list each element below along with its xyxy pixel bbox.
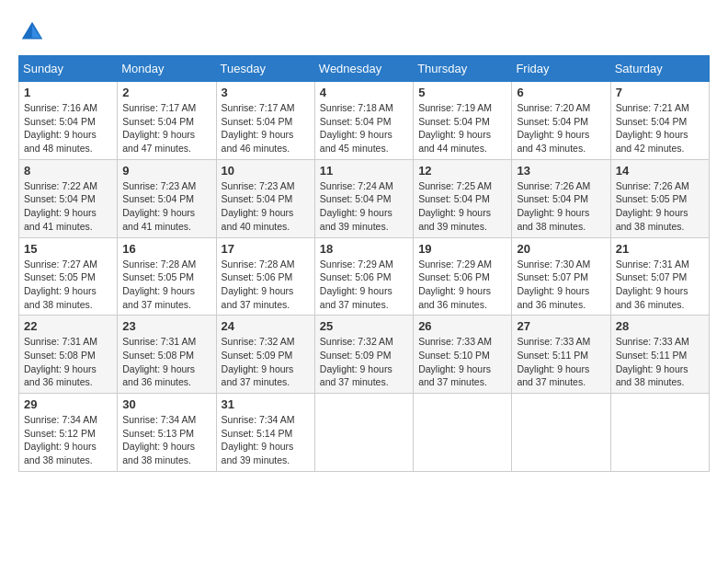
calendar-cell: 8 Sunrise: 7:22 AM Sunset: 5:04 PM Dayli… [19,159,118,237]
day-info: Sunrise: 7:33 AM Sunset: 5:11 PM Dayligh… [616,335,704,389]
weekday-header-monday: Monday [118,56,216,82]
day-number: 30 [122,397,210,411]
calendar-cell: 9 Sunrise: 7:23 AM Sunset: 5:04 PM Dayli… [118,159,216,237]
day-number: 27 [517,319,605,333]
calendar-cell: 11 Sunrise: 7:24 AM Sunset: 5:04 PM Dayl… [314,159,413,237]
calendar-cell: 20 Sunrise: 7:30 AM Sunset: 5:07 PM Dayl… [512,237,610,316]
day-number: 31 [222,397,310,411]
calendar-cell: 23 Sunrise: 7:31 AM Sunset: 5:08 PM Dayl… [118,316,216,394]
calendar-cell: 4 Sunrise: 7:18 AM Sunset: 5:04 PM Dayli… [314,82,413,160]
day-info: Sunrise: 7:34 AM Sunset: 5:12 PM Dayligh… [24,413,112,467]
day-number: 12 [418,164,506,178]
day-number: 1 [24,86,112,99]
calendar-cell [610,394,709,472]
day-number: 18 [320,242,408,256]
day-number: 24 [222,319,310,333]
calendar-cell: 18 Sunrise: 7:29 AM Sunset: 5:06 PM Dayl… [314,237,413,316]
day-number: 6 [517,86,605,99]
day-number: 26 [418,319,506,333]
day-info: Sunrise: 7:23 AM Sunset: 5:04 PM Dayligh… [122,179,210,234]
weekday-header-thursday: Thursday [414,56,512,82]
day-number: 11 [320,164,408,178]
day-info: Sunrise: 7:27 AM Sunset: 5:05 PM Dayligh… [24,258,112,312]
calendar-cell [414,394,512,472]
calendar-cell: 3 Sunrise: 7:17 AM Sunset: 5:04 PM Dayli… [216,82,314,160]
day-number: 22 [24,319,112,333]
day-number: 14 [616,164,704,178]
calendar-cell: 21 Sunrise: 7:31 AM Sunset: 5:07 PM Dayl… [610,237,709,316]
calendar-cell: 19 Sunrise: 7:29 AM Sunset: 5:06 PM Dayl… [414,237,512,316]
calendar-cell: 17 Sunrise: 7:28 AM Sunset: 5:06 PM Dayl… [216,237,314,316]
calendar-cell: 27 Sunrise: 7:33 AM Sunset: 5:11 PM Dayl… [512,316,610,394]
day-info: Sunrise: 7:30 AM Sunset: 5:07 PM Dayligh… [517,258,605,312]
calendar-cell: 15 Sunrise: 7:27 AM Sunset: 5:05 PM Dayl… [19,237,118,316]
calendar-cell: 30 Sunrise: 7:34 AM Sunset: 5:13 PM Dayl… [118,394,216,472]
day-info: Sunrise: 7:25 AM Sunset: 5:04 PM Dayligh… [418,179,506,234]
calendar-cell: 26 Sunrise: 7:33 AM Sunset: 5:10 PM Dayl… [414,316,512,394]
calendar-cell: 2 Sunrise: 7:17 AM Sunset: 5:04 PM Dayli… [118,82,216,160]
day-info: Sunrise: 7:32 AM Sunset: 5:09 PM Dayligh… [320,335,408,389]
day-number: 4 [320,86,408,99]
day-number: 3 [222,86,310,99]
day-info: Sunrise: 7:28 AM Sunset: 5:06 PM Dayligh… [222,258,310,312]
day-info: Sunrise: 7:34 AM Sunset: 5:14 PM Dayligh… [222,413,310,467]
calendar-cell: 1 Sunrise: 7:16 AM Sunset: 5:04 PM Dayli… [19,82,118,160]
day-number: 5 [418,86,506,99]
day-number: 8 [24,164,112,178]
day-info: Sunrise: 7:20 AM Sunset: 5:04 PM Dayligh… [517,101,605,155]
weekday-header-row: SundayMondayTuesdayWednesdayThursdayFrid… [19,56,710,82]
day-info: Sunrise: 7:31 AM Sunset: 5:08 PM Dayligh… [122,335,210,389]
logo [18,18,50,46]
weekday-header-friday: Friday [512,56,610,82]
day-number: 29 [24,397,112,411]
day-info: Sunrise: 7:32 AM Sunset: 5:09 PM Dayligh… [222,335,310,389]
weekday-header-saturday: Saturday [610,56,709,82]
day-info: Sunrise: 7:31 AM Sunset: 5:07 PM Dayligh… [616,258,704,312]
day-info: Sunrise: 7:21 AM Sunset: 5:04 PM Dayligh… [616,101,704,155]
calendar-cell: 5 Sunrise: 7:19 AM Sunset: 5:04 PM Dayli… [414,82,512,160]
day-info: Sunrise: 7:26 AM Sunset: 5:04 PM Dayligh… [517,179,605,234]
calendar-cell [314,394,413,472]
calendar-cell [512,394,610,472]
week-row-3: 15 Sunrise: 7:27 AM Sunset: 5:05 PM Dayl… [19,237,710,316]
day-info: Sunrise: 7:16 AM Sunset: 5:04 PM Dayligh… [24,101,112,155]
day-info: Sunrise: 7:18 AM Sunset: 5:04 PM Dayligh… [320,101,408,155]
page-header [18,18,710,46]
weekday-header-sunday: Sunday [19,56,118,82]
calendar-cell: 22 Sunrise: 7:31 AM Sunset: 5:08 PM Dayl… [19,316,118,394]
day-number: 28 [616,319,704,333]
day-number: 19 [418,242,506,256]
weekday-header-wednesday: Wednesday [314,56,413,82]
day-number: 25 [320,319,408,333]
weekday-header-tuesday: Tuesday [216,56,314,82]
day-number: 15 [24,242,112,256]
week-row-2: 8 Sunrise: 7:22 AM Sunset: 5:04 PM Dayli… [19,159,710,237]
day-info: Sunrise: 7:23 AM Sunset: 5:04 PM Dayligh… [222,179,310,234]
day-info: Sunrise: 7:26 AM Sunset: 5:05 PM Dayligh… [616,179,704,234]
week-row-5: 29 Sunrise: 7:34 AM Sunset: 5:12 PM Dayl… [19,394,710,472]
day-info: Sunrise: 7:24 AM Sunset: 5:04 PM Dayligh… [320,179,408,234]
day-info: Sunrise: 7:17 AM Sunset: 5:04 PM Dayligh… [222,101,310,155]
week-row-1: 1 Sunrise: 7:16 AM Sunset: 5:04 PM Dayli… [19,82,710,160]
calendar-cell: 24 Sunrise: 7:32 AM Sunset: 5:09 PM Dayl… [216,316,314,394]
day-info: Sunrise: 7:28 AM Sunset: 5:05 PM Dayligh… [122,258,210,312]
week-row-4: 22 Sunrise: 7:31 AM Sunset: 5:08 PM Dayl… [19,316,710,394]
calendar-cell: 25 Sunrise: 7:32 AM Sunset: 5:09 PM Dayl… [314,316,413,394]
day-info: Sunrise: 7:29 AM Sunset: 5:06 PM Dayligh… [320,258,408,312]
day-number: 23 [122,319,210,333]
calendar-cell: 6 Sunrise: 7:20 AM Sunset: 5:04 PM Dayli… [512,82,610,160]
calendar-cell: 13 Sunrise: 7:26 AM Sunset: 5:04 PM Dayl… [512,159,610,237]
day-info: Sunrise: 7:29 AM Sunset: 5:06 PM Dayligh… [418,258,506,312]
day-info: Sunrise: 7:17 AM Sunset: 5:04 PM Dayligh… [122,101,210,155]
day-number: 16 [122,242,210,256]
calendar-cell: 12 Sunrise: 7:25 AM Sunset: 5:04 PM Dayl… [414,159,512,237]
day-info: Sunrise: 7:31 AM Sunset: 5:08 PM Dayligh… [24,335,112,389]
calendar-cell: 28 Sunrise: 7:33 AM Sunset: 5:11 PM Dayl… [610,316,709,394]
day-number: 2 [122,86,210,99]
day-number: 20 [517,242,605,256]
calendar-cell: 29 Sunrise: 7:34 AM Sunset: 5:12 PM Dayl… [19,394,118,472]
calendar-cell: 14 Sunrise: 7:26 AM Sunset: 5:05 PM Dayl… [610,159,709,237]
day-number: 21 [616,242,704,256]
calendar-table: SundayMondayTuesdayWednesdayThursdayFrid… [18,55,710,472]
day-number: 7 [616,86,704,99]
